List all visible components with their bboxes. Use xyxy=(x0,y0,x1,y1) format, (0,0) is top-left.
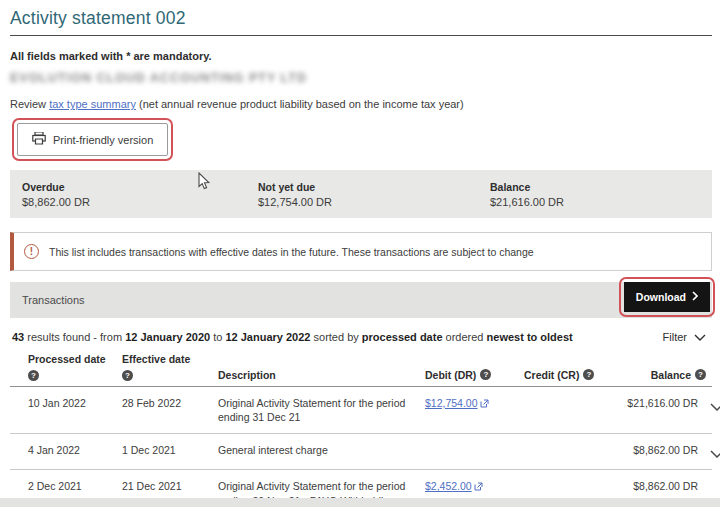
annotation-highlight-print: Print-friendly version xyxy=(12,118,173,161)
review-line: Review tax type summary (net annual reve… xyxy=(10,98,712,110)
title-divider xyxy=(10,35,712,36)
transactions-section-title: Transactions xyxy=(22,294,85,306)
summary-overdue: Overdue $8,862.00 DR xyxy=(22,181,258,208)
help-icon[interactable]: ? xyxy=(695,369,706,380)
header-label: Processed date xyxy=(28,353,122,365)
summary-value: $12,754.00 DR xyxy=(258,196,490,208)
help-glyph: ? xyxy=(31,371,36,380)
results-seg: results found - from xyxy=(24,331,125,343)
cell-effective-date: 1 Dec 2021 xyxy=(122,443,218,458)
external-link-icon xyxy=(480,397,489,412)
summary-value: $8,862.00 DR xyxy=(22,196,258,208)
header-label: Balance xyxy=(651,369,691,381)
header-balance: Balance ? xyxy=(651,369,706,381)
warning-glyph: ! xyxy=(30,246,33,257)
results-seg: sorted by xyxy=(310,331,361,343)
cell-processed-date: 4 Jan 2022 xyxy=(28,443,122,458)
entity-name-redacted: EVOLUTION CLOUD ACCOUNTING PTY LTD xyxy=(10,71,712,85)
external-link-icon xyxy=(474,480,483,495)
results-seg: to xyxy=(210,331,225,343)
cell-description: Original Activity Statement for the peri… xyxy=(218,396,425,425)
review-prefix: Review xyxy=(10,98,49,110)
tax-type-summary-link[interactable]: tax type summary xyxy=(49,98,136,110)
filter-toggle[interactable]: Filter xyxy=(663,331,706,343)
future-transactions-notice: ! This list includes transactions with e… xyxy=(10,232,712,271)
results-text: 43 results found - from 12 January 2020 … xyxy=(12,331,573,343)
mandatory-note: All fields marked with * are mandatory. xyxy=(10,50,712,62)
transactions-table: Processed date ? Effective date ? Descri… xyxy=(10,347,712,507)
help-glyph: ? xyxy=(125,371,130,380)
help-glyph: ? xyxy=(586,370,591,379)
cell-debit: $2,452.00 xyxy=(425,479,524,495)
results-sort-order: newest to oldest xyxy=(487,331,573,343)
cell-debit: $12,754.00 xyxy=(425,396,524,412)
row-expand-chevron-icon[interactable] xyxy=(710,400,720,415)
debit-amount-link[interactable]: $2,452.00 xyxy=(425,480,472,492)
results-seg: ordered xyxy=(443,331,487,343)
header-label: Credit (CR) xyxy=(524,369,579,381)
header-description: Description xyxy=(218,369,425,381)
row-expand-chevron-icon[interactable] xyxy=(710,447,720,462)
debit-amount-link[interactable]: $12,754.00 xyxy=(425,397,478,409)
header-processed-date: Processed date ? xyxy=(28,353,122,381)
cell-effective-date: 21 Dec 2021 xyxy=(122,479,218,494)
help-icon[interactable]: ? xyxy=(583,369,594,380)
results-from-date: 12 January 2020 xyxy=(125,331,210,343)
chevron-down-icon xyxy=(694,331,706,343)
warning-icon: ! xyxy=(24,244,39,259)
print-friendly-label: Print-friendly version xyxy=(53,134,153,146)
help-icon[interactable]: ? xyxy=(480,369,491,380)
cell-description: General interest charge xyxy=(218,443,425,458)
help-icon[interactable]: ? xyxy=(28,370,39,381)
filter-label: Filter xyxy=(663,331,687,343)
summary-label: Balance xyxy=(490,181,564,193)
printer-icon xyxy=(32,132,46,147)
download-label: Download xyxy=(636,291,686,303)
cell-balance: $8,862.00 DR xyxy=(633,443,706,458)
summary-not-yet-due: Not yet due $12,754.00 DR xyxy=(258,181,490,208)
print-friendly-button[interactable]: Print-friendly version xyxy=(17,123,168,156)
cell-balance: $8,862.00 DR xyxy=(633,479,706,494)
cell-processed-date: 2 Dec 2021 xyxy=(28,479,122,494)
chevron-right-icon xyxy=(692,291,698,303)
header-label: Effective date xyxy=(122,353,218,365)
summary-balance: Balance $21,616.00 DR xyxy=(490,181,564,208)
results-count: 43 xyxy=(12,331,24,343)
annotation-highlight-download: Download xyxy=(619,277,715,317)
header-label: Debit (DR) xyxy=(425,369,476,381)
help-glyph: ? xyxy=(483,370,488,379)
download-button[interactable]: Download xyxy=(624,282,710,312)
activity-statement-page: Activity statement 002 All fields marked… xyxy=(0,0,720,507)
results-sort-field: processed date xyxy=(362,331,443,343)
cell-balance: $21,616.00 DR xyxy=(627,396,706,411)
header-effective-date: Effective date ? xyxy=(122,353,218,381)
notice-text: This list includes transactions with eff… xyxy=(49,246,534,258)
table-header-row: Processed date ? Effective date ? Descri… xyxy=(10,347,712,387)
bottom-section-edge xyxy=(0,498,720,507)
header-debit: Debit (DR) ? xyxy=(425,369,524,381)
summary-value: $21,616.00 DR xyxy=(490,196,564,208)
results-to-date: 12 January 2022 xyxy=(225,331,310,343)
page-title: Activity statement 002 xyxy=(10,8,712,29)
summary-label: Overdue xyxy=(22,181,258,193)
help-glyph: ? xyxy=(698,370,703,379)
table-row: 4 Jan 2022 1 Dec 2021 General interest c… xyxy=(10,434,712,471)
summary-label: Not yet due xyxy=(258,181,490,193)
table-row: 10 Jan 2022 28 Feb 2022 Original Activit… xyxy=(10,387,712,434)
help-icon[interactable]: ? xyxy=(122,370,133,381)
balance-summary-bar: Overdue $8,862.00 DR Not yet due $12,754… xyxy=(10,170,712,218)
results-summary-line: 43 results found - from 12 January 2020 … xyxy=(10,327,712,347)
header-credit: Credit (CR) ? xyxy=(524,369,619,381)
mouse-cursor xyxy=(198,172,211,195)
cell-processed-date: 10 Jan 2022 xyxy=(28,396,122,411)
transactions-section-bar: Transactions Download xyxy=(10,282,712,318)
review-suffix: (net annual revenue product liability ba… xyxy=(136,98,464,110)
cell-effective-date: 28 Feb 2022 xyxy=(122,396,218,411)
